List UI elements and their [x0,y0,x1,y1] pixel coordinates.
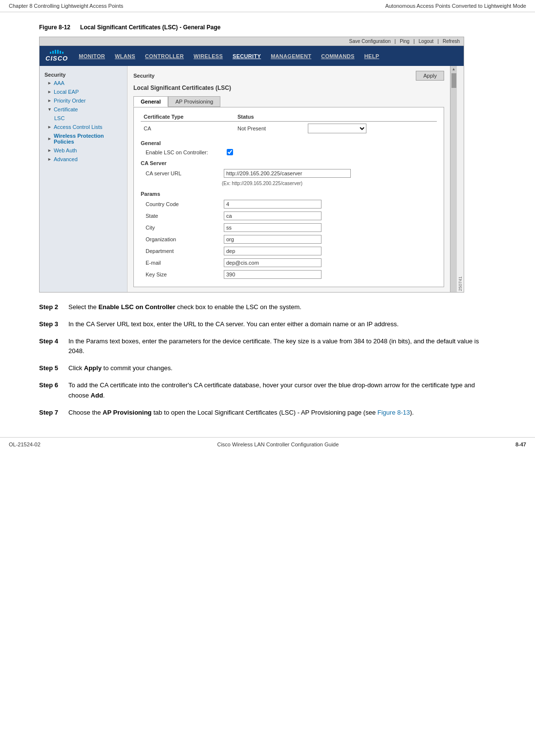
step-6: Step 6 To add the CA certificate into th… [39,380,496,401]
step-3: Step 3 In the CA Server URL text box, en… [39,319,496,330]
arrow-down-icon: ▼ [47,107,52,112]
save-config-link[interactable]: Save Configuration [349,39,390,44]
refresh-link[interactable]: Refresh [443,39,460,44]
param-label-4: Department [146,248,224,254]
nav-wlans[interactable]: WLANS [110,50,140,62]
step-4-label: Step 4 [39,336,63,347]
nav-bar: CISCO MONITOR WLANS CONTROLLER WIRELESS … [40,46,464,66]
arrow-icon: ► [47,89,52,94]
bar1 [50,52,51,54]
param-row-0: Country Code [141,200,437,209]
nav-management[interactable]: MANAGEMENT [266,50,316,62]
scrollbar[interactable]: ▲ [450,66,457,292]
tab-general[interactable]: General [133,96,168,107]
sidebar-item-local-eap[interactable]: ► Local EAP [40,87,127,96]
logout-link[interactable]: Logout [419,39,434,44]
pipe-sep3: | [437,39,439,44]
cisco-text: CISCO [45,55,68,62]
sidebar-item-aaa[interactable]: ► AAA [40,79,127,87]
sidebar-item-label: AAA [54,80,64,86]
param-input-6[interactable] [224,270,321,279]
cert-type-header: Certificate Type [141,112,235,122]
step-6-text: To add the CA certificate into the contr… [68,380,496,401]
cert-type-ca: CA [141,122,235,136]
param-row-1: State [141,211,437,220]
enable-lsc-label: Enable LSC on Controller: [146,149,224,155]
param-row-6: Key Size [141,270,437,279]
sidebar-item-web-auth[interactable]: ► Web Auth [40,146,127,155]
param-row-2: City [141,223,437,232]
step-2-text: Select the Enable LSC on Controller chec… [68,302,496,313]
content-with-scroll: Security Apply Local Significant Certifi… [128,66,464,292]
params-section-title: Params [141,190,437,198]
tab-ap-provisioning[interactable]: AP Provisioning [168,96,220,107]
main-panel: Security Apply Local Significant Certifi… [128,66,450,292]
figure-caption: Figure 8-12 Local Significant Certificat… [39,24,496,31]
nav-commands[interactable]: COMMANDS [316,50,359,62]
security-breadcrumb: Security [133,73,154,79]
page-footer: OL-21524-02 Cisco Wireless LAN Controlle… [0,437,535,451]
general-section-title: General [141,139,437,147]
cert-action-ca[interactable]: Add [305,122,437,136]
figure-label: Figure 8-12 [39,24,70,31]
bar2 [52,51,54,54]
main-title-row: Security Apply [133,71,444,81]
step-6-label: Step 6 [39,380,63,391]
nav-monitor[interactable]: MONITOR [74,50,110,62]
param-label-0: Country Code [146,201,224,207]
form-panel: Certificate Type Status CA Not Present [133,107,444,287]
param-input-1[interactable] [224,211,321,220]
param-input-3[interactable] [224,235,321,244]
scroll-up-arrow[interactable]: ▲ [452,67,456,71]
enable-lsc-checkbox[interactable] [227,149,233,155]
param-input-5[interactable] [224,258,321,267]
tabs: General AP Provisioning [133,96,444,107]
param-label-6: Key Size [146,272,224,277]
cert-action-select[interactable]: Add [308,124,366,133]
doc-id: OL-21524-02 [9,441,41,447]
arrow-icon: ► [47,81,52,85]
ping-link[interactable]: Ping [400,39,409,44]
param-row-5: E-mail [141,258,437,267]
arrow-icon: ► [47,125,52,129]
apply-button[interactable]: Apply [416,71,444,81]
arrow-icon: ► [47,157,52,162]
enable-lsc-row: Enable LSC on Controller: [141,149,437,155]
sidebar-item-label: Priority Order [54,98,86,104]
sidebar-item-certificate[interactable]: ▼ Certificate [40,105,127,114]
sidebar-item-access-control[interactable]: ► Access Control Lists [40,123,127,131]
sidebar-item-lsc[interactable]: LSC [40,114,127,123]
sidebar-item-label: Local EAP [54,89,79,95]
param-input-0[interactable] [224,200,321,209]
step-3-label: Step 3 [39,319,63,330]
sidebar-item-wireless-protection[interactable]: ► Wireless Protection Policies [40,131,127,146]
scroll-thumb[interactable] [451,73,456,88]
sidebar-item-label: Web Auth [54,147,77,153]
nav-help[interactable]: HELP [360,50,385,62]
nav-wireless[interactable]: WIRELESS [189,50,228,62]
screenshot-content: Security ► AAA ► Local EAP ► Priority Or… [40,66,464,292]
bar6 [62,52,64,54]
footer-center: Cisco Wireless LAN Controller Configurat… [217,441,339,447]
ca-server-url-input[interactable] [224,169,351,178]
page-header: Chapter 8 Controlling Lightweight Access… [0,0,535,12]
figure-8-13-link[interactable]: Figure 8-13 [378,409,410,416]
ca-server-url-row: CA server URL [141,169,437,178]
screenshot-topbar: Save Configuration | Ping | Logout | Ref… [40,37,464,46]
sidebar-title: Security [40,70,127,79]
status-header: Status [235,112,305,122]
nav-controller[interactable]: CONTROLLER [140,50,189,62]
arrow-icon: ► [47,98,52,103]
param-input-2[interactable] [224,223,321,232]
action-header [305,112,437,122]
param-input-4[interactable] [224,247,321,255]
sidebar-item-priority-order[interactable]: ► Priority Order [40,96,127,105]
sidebar-item-advanced[interactable]: ► Advanced [40,155,127,164]
nav-items: MONITOR WLANS CONTROLLER WIRELESS SECURI… [74,50,464,62]
step-7: Step 7 Choose the AP Provisioning tab to… [39,408,496,418]
arrow-icon: ► [47,148,52,153]
param-label-3: Organization [146,236,224,242]
chapter-label: Chapter 8 Controlling Lightweight Access… [9,3,123,9]
nav-security[interactable]: SECURITY [228,50,266,62]
cisco-logo: CISCO [40,48,74,64]
